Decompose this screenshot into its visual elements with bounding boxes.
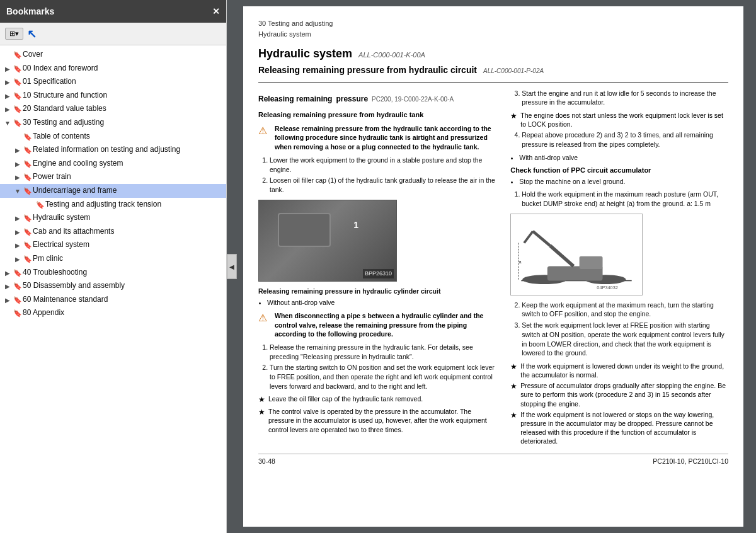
sidebar-item-60[interactable]: ▶🔖60 Maintenance standard	[0, 293, 226, 307]
bookmark-icon-10: 🔖	[13, 91, 23, 100]
star-left-text-2: The control valve is operated by the pre…	[268, 407, 498, 434]
sidebar-item-30-under-track[interactable]: 🔖Testing and adjusting track tension	[0, 198, 226, 212]
sidebar-item-20[interactable]: ▶🔖20 Standard value tables	[0, 102, 226, 116]
right-column: Start the engine and run it at low idle …	[510, 89, 728, 448]
expand-arrow-30-under: ▼	[13, 186, 23, 195]
sidebar-item-label-00: 00 Index and foreword	[23, 64, 224, 74]
step-r-3b: Set the work equipment lock lever at FRE…	[522, 321, 728, 358]
sidebar-item-30-related[interactable]: ▶🔖Related information on testing and adj…	[0, 143, 226, 157]
section-code: ALL-C000-001-K-00A	[358, 50, 425, 60]
grid-view-button[interactable]: ⊞▾	[5, 28, 23, 40]
sidebar-item-label-30-hydraulic: Hydraulic system	[33, 213, 224, 223]
sidebar-toolbar: ⊞▾ ↖	[0, 23, 226, 45]
sidebar-item-label-50: 50 Disassembly and assembly	[23, 281, 224, 291]
expand-arrow-30-power: ▶	[13, 172, 23, 181]
sidebar-item-label-cover: Cover	[23, 50, 224, 60]
sidebar-item-50[interactable]: ▶🔖50 Disassembly and assembly	[0, 279, 226, 293]
sidebar-item-30-under[interactable]: ▼🔖Undercarriage and frame	[0, 184, 226, 198]
close-icon[interactable]: ✕	[212, 6, 220, 16]
sidebar-item-30-electrical[interactable]: ▶🔖Electrical system	[0, 238, 226, 252]
bookmark-icon-00: 🔖	[13, 64, 23, 73]
sidebar-item-10[interactable]: ▶🔖10 Structure and function	[0, 89, 226, 103]
expand-arrow-20: ▶	[3, 104, 13, 113]
with-antidrop-item: With anti-drop valve	[519, 153, 728, 163]
sidebar-tree: 🔖Cover▶🔖00 Index and foreword▶🔖01 Specif…	[0, 45, 226, 533]
excavator-svg: a 04P34032	[513, 217, 639, 292]
step-r-3: Start the engine and run it at low idle …	[522, 89, 728, 107]
stop-machine-list: Stop the machine on a level ground.	[519, 177, 728, 186]
star-right-r1: ★ If the work equipment is lowered down …	[510, 362, 728, 379]
bookmark-icon-80: 🔖	[13, 308, 23, 318]
sidebar-item-80[interactable]: 🔖80 Appendix	[0, 306, 226, 320]
expand-arrow-30-under-track	[25, 200, 35, 201]
sidebar-item-label-30-power: Power train	[33, 172, 224, 182]
sidebar-item-label-30-under-track: Testing and adjusting track tension	[45, 200, 224, 210]
step-r-4: Repeat above procedure 2) and 3) 2 to 3 …	[522, 130, 728, 149]
left-column: Releasing remaining pressure PC200, 19-C…	[258, 89, 498, 448]
sidebar-item-40[interactable]: ▶🔖40 Troubleshooting	[0, 266, 226, 280]
star-left-text-1: Leave the oil filler cap of the hydrauli…	[268, 394, 423, 405]
sidebar-item-30-power[interactable]: ▶🔖Power train	[0, 170, 226, 184]
excavator-diagram: a 04P34032	[510, 214, 643, 295]
star-right-text-1: The engine does not start unless the wor…	[520, 111, 728, 129]
expand-arrow-00: ▶	[3, 64, 13, 73]
sidebar-item-label-30: 30 Testing and adjusting	[23, 118, 224, 128]
bookmark-icon-30: 🔖	[13, 118, 23, 127]
collapse-sidebar-button[interactable]: ◀	[227, 254, 237, 279]
sidebar-item-label-60: 60 Maintenance standard	[23, 295, 224, 305]
check-heading: Check function of PPC circuit accumulato…	[510, 166, 728, 175]
sidebar-item-30[interactable]: ▼🔖30 Testing and adjusting	[0, 116, 226, 130]
without-antidrop-list: Without anti-drop valve	[267, 298, 498, 307]
step-right-4-list: Repeat above procedure 2) and 3) 2 to 3 …	[522, 130, 728, 149]
expand-arrow-30-hydraulic: ▶	[13, 213, 23, 222]
sidebar-item-label-10: 10 Structure and function	[23, 91, 224, 101]
svg-line-7	[524, 231, 533, 243]
star-right-r-text-3: If the work equipment is not lowered or …	[520, 410, 728, 446]
bookmark-icon-30-pm: 🔖	[23, 254, 33, 263]
step-2-2: Turn the starting switch to ON position …	[270, 363, 498, 391]
warning-block-2: ⚠ When disconnecting a pipe s between a …	[258, 311, 498, 339]
warning-text-2: When disconnecting a pipe s between a hy…	[275, 311, 498, 339]
expand-arrow-50: ▶	[3, 281, 13, 290]
bookmark-icon-30-under: 🔖	[23, 186, 33, 195]
sidebar-item-label-30-engine: Engine and cooling system	[33, 159, 224, 169]
without-antidrop-item: Without anti-drop valve	[267, 298, 498, 307]
bookmark-icon-30-power: 🔖	[23, 172, 33, 181]
image-code-label: BPP26310	[363, 269, 394, 278]
bookmark-icon-30-hydraulic: 🔖	[23, 213, 33, 222]
sidebar-item-30-toc[interactable]: 🔖Table of contents	[0, 130, 226, 144]
sidebar-item-cover[interactable]: 🔖Cover	[0, 48, 226, 62]
steps-right-top: Start the engine and run it at low idle …	[522, 89, 728, 107]
sidebar-item-30-cab[interactable]: ▶🔖Cab and its attachments	[0, 225, 226, 239]
bookmark-icon-30-toc: 🔖	[23, 132, 33, 141]
expand-arrow-80	[3, 308, 13, 309]
star-right-r-text-1: If the work equipment is lowered down un…	[520, 362, 728, 379]
steps-list-2: Release the remaining pressure in the hy…	[270, 343, 498, 391]
step-1-1: Lower the work equipment to the ground i…	[270, 156, 498, 174]
sidebar-item-30-hydraulic[interactable]: ▶🔖Hydraulic system	[0, 211, 226, 225]
star-right-r3: ★ If the work equipment is not lowered o…	[510, 410, 728, 446]
expand-arrow-10: ▶	[3, 91, 13, 100]
bookmark-icon-30-engine: 🔖	[23, 159, 33, 168]
svg-rect-4	[580, 256, 603, 269]
svg-text:04P34032: 04P34032	[597, 285, 619, 290]
sidebar-item-00[interactable]: ▶🔖00 Index and foreword	[0, 62, 226, 76]
sidebar-item-30-pm[interactable]: ▶🔖Pm clinic	[0, 252, 226, 266]
warning-text-1: Release remaining pressure from the hydr…	[275, 124, 498, 152]
section-title: Hydraulic system	[258, 46, 352, 62]
main-code: ALL-C000-001-P-02A	[483, 67, 544, 76]
bookmark-icon-40: 🔖	[13, 268, 23, 277]
sidebar-header: Bookmarks ✕	[0, 0, 226, 23]
bookmark-icon-60: 🔖	[13, 295, 23, 304]
sidebar-item-label-30-pm: Pm clinic	[33, 254, 224, 264]
sidebar-item-01[interactable]: ▶🔖01 Specification	[0, 75, 226, 89]
pressure-subheading: pressure	[336, 94, 368, 105]
bookmark-icon-30-related: 🔖	[23, 145, 33, 154]
warning-icon-1: ⚠	[258, 124, 271, 152]
sidebar-item-30-engine[interactable]: ▶🔖Engine and cooling system	[0, 157, 226, 171]
content-columns: Releasing remaining pressure PC200, 19-C…	[258, 89, 728, 448]
tank-heading: Releasing remaining pressure from hydrau…	[258, 110, 498, 120]
bookmark-icon-cover: 🔖	[13, 50, 23, 59]
divider	[258, 82, 728, 83]
star-right-1: ★ The engine does not start unless the w…	[510, 111, 728, 129]
